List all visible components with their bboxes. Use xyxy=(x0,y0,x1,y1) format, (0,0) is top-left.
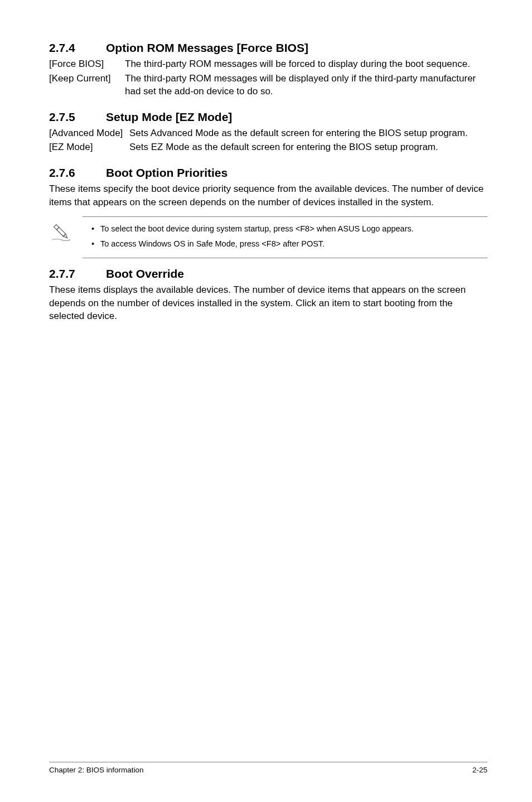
section-heading-276: 2.7.6Boot Option Priorities xyxy=(49,165,487,180)
note-item: To select the boot device during system … xyxy=(100,223,487,235)
section-number: 2.7.7 xyxy=(49,266,106,281)
definition-term: [Advanced Mode] xyxy=(49,127,129,139)
svg-rect-0 xyxy=(54,225,59,230)
section-title: Setup Mode [EZ Mode] xyxy=(106,110,232,123)
pencil-note-icon xyxy=(49,216,83,247)
definition-row: [EZ Mode] Sets EZ Mode as the default sc… xyxy=(49,141,487,153)
definition-term: [Keep Current] xyxy=(49,72,125,98)
section-heading-275: 2.7.5Setup Mode [EZ Mode] xyxy=(49,109,487,124)
section-number: 2.7.6 xyxy=(49,165,106,180)
section-title: Boot Override xyxy=(106,267,184,280)
note-item: To access Windows OS in Safe Mode, press… xyxy=(100,238,487,250)
definition-description: Sets EZ Mode as the default screen for e… xyxy=(129,141,487,153)
section-number: 2.7.4 xyxy=(49,40,106,55)
svg-marker-2 xyxy=(64,234,69,239)
definition-description: Sets Advanced Mode as the default screen… xyxy=(129,127,487,139)
definition-term: [Force BIOS] xyxy=(49,57,125,70)
section-heading-274: 2.7.4Option ROM Messages [Force BIOS] xyxy=(49,40,487,55)
footer-chapter: Chapter 2: BIOS information xyxy=(49,766,144,774)
definition-row: [Keep Current] The third-party ROM messa… xyxy=(49,72,487,98)
definition-row: [Force BIOS] The third-party ROM message… xyxy=(49,57,487,70)
note-content: To select the boot device during system … xyxy=(83,216,487,258)
page-footer: Chapter 2: BIOS information 2-25 xyxy=(49,762,487,774)
definition-description: The third-party ROM messages will be for… xyxy=(125,57,487,70)
note-block: To select the boot device during system … xyxy=(49,216,487,258)
section-body: These items displays the available devic… xyxy=(49,283,487,322)
section-title: Option ROM Messages [Force BIOS] xyxy=(106,41,308,54)
definition-row: [Advanced Mode] Sets Advanced Mode as th… xyxy=(49,127,487,139)
section-number: 2.7.5 xyxy=(49,109,106,124)
definition-term: [EZ Mode] xyxy=(49,141,129,153)
footer-page-number: 2-25 xyxy=(472,766,487,774)
section-title: Boot Option Priorities xyxy=(106,166,228,179)
section-heading-277: 2.7.7Boot Override xyxy=(49,266,487,281)
definition-description: The third-party ROM messages will be dis… xyxy=(125,72,487,98)
section-body: These items specify the boot device prio… xyxy=(49,182,487,209)
